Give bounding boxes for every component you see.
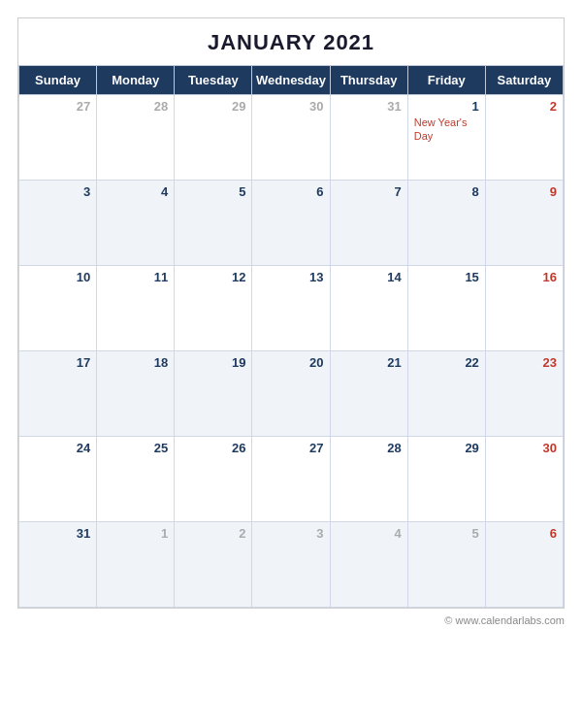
calendar-cell: 26 [175, 437, 252, 522]
day-number: 27 [258, 441, 323, 455]
day-header-tuesday: Tuesday [175, 66, 252, 95]
day-number: 5 [414, 526, 479, 541]
day-header-monday: Monday [97, 66, 175, 95]
calendar-cell: 30 [485, 437, 563, 522]
day-number: 19 [180, 355, 245, 370]
calendar-cell: 5 [407, 522, 485, 608]
day-number: 8 [414, 184, 479, 199]
calendar-week-2: 3456789 [19, 181, 564, 266]
day-number: 27 [25, 99, 90, 114]
day-number: 24 [25, 441, 90, 455]
calendar-container: JANUARY 2021 SundayMondayTuesdayWednesda… [17, 17, 565, 609]
calendar-cell: 1 [97, 522, 175, 608]
calendar-cell: 6 [485, 522, 563, 608]
calendar-cell: 22 [407, 351, 485, 437]
calendar-cell: 7 [330, 181, 407, 266]
day-number: 28 [103, 99, 168, 114]
calendar-cell: 28 [97, 95, 175, 181]
calendar-cell: 2 [175, 522, 252, 608]
day-number: 2 [492, 99, 557, 114]
day-number: 26 [180, 441, 245, 455]
day-number: 13 [258, 270, 323, 284]
day-header-friday: Friday [407, 66, 485, 95]
calendar-cell: 31 [330, 95, 407, 181]
day-number: 5 [180, 184, 245, 199]
day-number: 21 [337, 355, 402, 370]
calendar-cell: 14 [330, 266, 407, 351]
calendar-cell: 9 [485, 181, 563, 266]
day-number: 11 [103, 270, 168, 284]
event-label: New Year's Day [414, 116, 479, 144]
day-number: 3 [25, 184, 90, 199]
calendar-cell: 15 [407, 266, 485, 351]
day-number: 29 [180, 99, 245, 114]
calendar-cell: 20 [252, 351, 330, 437]
day-number: 31 [337, 99, 402, 114]
footer: © www.calendarlabs.com [17, 609, 565, 626]
calendar-cell: 13 [252, 266, 330, 351]
calendar-week-4: 17181920212223 [19, 351, 564, 437]
calendar-cell: 6 [252, 181, 330, 266]
day-number: 3 [258, 526, 323, 541]
calendar-grid: SundayMondayTuesdayWednesdayThursdayFrid… [18, 65, 564, 608]
calendar-cell: 24 [19, 437, 97, 522]
day-number: 12 [180, 270, 245, 284]
day-number: 2 [180, 526, 245, 541]
day-number: 4 [103, 184, 168, 199]
calendar-week-6: 31123456 [19, 522, 564, 608]
calendar-cell: 25 [97, 437, 175, 522]
day-number: 9 [492, 184, 557, 199]
day-number: 28 [337, 441, 402, 455]
calendar-cell: 3 [252, 522, 330, 608]
calendar-cell: 10 [19, 266, 97, 351]
calendar-cell: 18 [97, 351, 175, 437]
day-number: 23 [492, 355, 557, 370]
day-number: 31 [25, 526, 90, 541]
calendar-cell: 30 [252, 95, 330, 181]
calendar-title: JANUARY 2021 [18, 18, 564, 65]
day-number: 30 [258, 99, 323, 114]
day-number: 6 [492, 526, 557, 541]
calendar-cell: 28 [330, 437, 407, 522]
calendar-cell: 23 [485, 351, 563, 437]
day-number: 4 [337, 526, 402, 541]
calendar-cell: 1New Year's Day [407, 95, 485, 181]
calendar-cell: 2 [485, 95, 563, 181]
calendar-cell: 19 [175, 351, 252, 437]
day-number: 25 [103, 441, 168, 455]
day-header-sunday: Sunday [19, 66, 97, 95]
calendar-cell: 27 [19, 95, 97, 181]
day-number: 14 [337, 270, 402, 284]
calendar-week-5: 24252627282930 [19, 437, 564, 522]
calendar-week-1: 27282930311New Year's Day2 [19, 95, 564, 181]
calendar-cell: 4 [97, 181, 175, 266]
day-number: 7 [337, 184, 402, 199]
day-number: 15 [414, 270, 479, 284]
calendar-cell: 5 [175, 181, 252, 266]
day-number: 1 [103, 526, 168, 541]
day-number: 10 [25, 270, 90, 284]
day-number: 17 [25, 355, 90, 370]
day-number: 29 [414, 441, 479, 455]
calendar-cell: 8 [407, 181, 485, 266]
day-number: 22 [414, 355, 479, 370]
day-number: 1 [414, 99, 479, 114]
calendar-cell: 29 [175, 95, 252, 181]
calendar-cell: 4 [330, 522, 407, 608]
day-header-thursday: Thursday [330, 66, 407, 95]
day-number: 18 [103, 355, 168, 370]
day-number: 20 [258, 355, 323, 370]
calendar-cell: 11 [97, 266, 175, 351]
calendar-cell: 12 [175, 266, 252, 351]
calendar-cell: 3 [19, 181, 97, 266]
calendar-cell: 31 [19, 522, 97, 608]
day-header-saturday: Saturday [485, 66, 563, 95]
day-header-wednesday: Wednesday [252, 66, 330, 95]
day-number: 6 [258, 184, 323, 199]
day-number: 30 [492, 441, 557, 455]
day-number: 16 [492, 270, 557, 284]
calendar-week-3: 10111213141516 [19, 266, 564, 351]
calendar-cell: 29 [407, 437, 485, 522]
calendar-cell: 17 [19, 351, 97, 437]
calendar-cell: 27 [252, 437, 330, 522]
